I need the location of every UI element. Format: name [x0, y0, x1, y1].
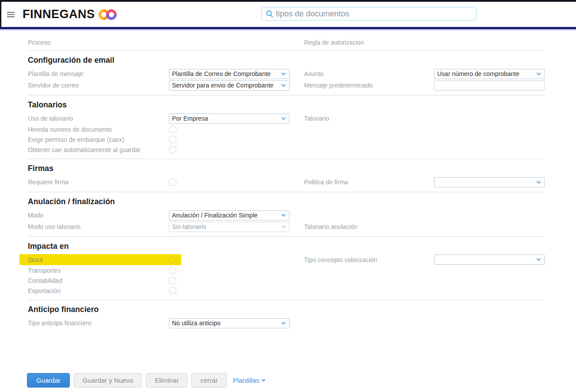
email-section-title: Configuración de email: [28, 56, 545, 65]
servidor-correo-select[interactable]: Servidor para envio de Comprobante: [169, 80, 290, 91]
global-search[interactable]: [261, 7, 477, 21]
obtener-cae-toggle[interactable]: [169, 146, 176, 153]
modo-label: Modo: [28, 212, 169, 219]
modo-uso-talonario-label: Modo uso talonario: [28, 223, 169, 230]
asunto-value: Usar número de comprobante: [437, 70, 534, 77]
exportacion-row: Exportación: [28, 285, 545, 296]
chevron-down-icon: [282, 320, 286, 324]
guardar-button[interactable]: Guardar: [27, 373, 70, 388]
brand-name: FINNEGANS: [23, 8, 95, 21]
guardar-y-nuevo-button[interactable]: Guardar y Nuevo: [74, 373, 142, 388]
infinity-logo-icon: [99, 9, 117, 20]
modo-value: Anulación / Finalización Simple: [172, 212, 279, 219]
talonario-anulacion-label: Talonario anulación: [304, 223, 434, 230]
politica-firma-select[interactable]: [434, 177, 545, 187]
impacta-section-title: Impacta en: [28, 242, 545, 251]
section-divider: [28, 50, 545, 51]
exige-permiso-toggle[interactable]: [169, 136, 176, 143]
form-content: Proceso Regla de autorizacion Configurac…: [0, 31, 576, 329]
contabilidad-toggle[interactable]: [169, 277, 176, 284]
chevron-down-icon: [282, 115, 286, 120]
obtener-cae-row: Obtener cae automáticamente al guardar: [28, 145, 545, 155]
modo-row: Modo Anulación / Finalización Simple: [28, 209, 545, 221]
modo-uso-talonario-row: Modo uso talonario Sin talonario Talonar…: [28, 221, 545, 232]
uso-talonario-select[interactable]: Por Empresa: [169, 114, 290, 124]
window-top-edge: [0, 0, 576, 2]
app-header: FINNEGANS: [0, 2, 576, 27]
modo-uso-talonario-value: Sin talonario: [172, 223, 279, 230]
action-bar: Guardar Guardar y Nuevo Eliminar cerrar …: [27, 373, 265, 388]
hereda-numero-row: Hereda numero de documento: [28, 124, 545, 134]
tipo-anticipo-label: Tipo anticipo financiero: [28, 320, 169, 327]
exportacion-label: Exportación: [28, 287, 169, 294]
plantilla-asunto-row: Plantilla de mensaje Plantilla de Correo…: [28, 68, 545, 80]
section-divider: [28, 300, 545, 300]
talonarios-section-title: Talonarios: [28, 100, 545, 110]
menu-bar: [7, 16, 15, 17]
eliminar-button[interactable]: Eliminar: [146, 373, 187, 388]
chevron-down-icon: [261, 378, 265, 381]
header-divider: [0, 27, 576, 31]
exportacion-toggle[interactable]: [169, 287, 176, 294]
chevron-down-icon: [282, 71, 286, 75]
uso-talonario-label: Uso de talonario: [28, 115, 169, 122]
search-input[interactable]: [276, 9, 473, 19]
stock-highlight: Stock: [19, 254, 181, 265]
chevron-down-icon: [282, 224, 286, 228]
chevron-down-icon: [537, 257, 541, 261]
regla-autorizacion-label: Regla de autorizacion: [304, 39, 434, 46]
uso-talonario-row: Uso de talonario Por Empresa Talonario: [28, 113, 545, 124]
brand-logo[interactable]: FINNEGANS: [23, 8, 117, 21]
asunto-label: Asunto: [304, 70, 434, 77]
hereda-numero-toggle[interactable]: [169, 126, 176, 133]
anulacion-section-title: Anulación / finalización: [28, 197, 545, 206]
menu-bar: [7, 12, 15, 13]
transportes-toggle[interactable]: [169, 266, 176, 274]
contabilidad-row: Contabilidad: [28, 275, 545, 285]
talonario-label: Talonario: [304, 115, 434, 122]
stock-label: Stock: [28, 256, 169, 263]
obtener-cae-label: Obtener cae automáticamente al guardar: [28, 146, 169, 153]
hereda-numero-label: Hereda numero de documento: [28, 126, 169, 133]
proceso-label: Proceso: [28, 39, 169, 46]
stock-row: Stock Tipo concepto valorización: [28, 254, 545, 265]
chevron-down-icon: [282, 212, 286, 217]
plantillas-label: Plantillas: [233, 377, 259, 384]
plantilla-mensaje-select[interactable]: Plantilla de Correo de Comprobante: [169, 69, 290, 79]
plantilla-mensaje-value: Plantilla de Correo de Comprobante: [172, 70, 279, 77]
firmas-section-title: Firmas: [28, 164, 545, 173]
plantillas-menu-button[interactable]: Plantillas: [233, 373, 265, 388]
modo-select[interactable]: Anulación / Finalización Simple: [169, 210, 290, 221]
chevron-down-icon: [537, 71, 541, 75]
search-icon: [265, 10, 274, 19]
transportes-label: Transportes: [28, 267, 169, 274]
modo-uso-talonario-select[interactable]: Sin talonario: [169, 222, 290, 232]
logo-ring-purple: [104, 7, 119, 22]
uso-talonario-value: Por Empresa: [172, 115, 279, 122]
anticipo-section-title: Anticipo financiero: [28, 305, 545, 314]
servidor-mensaje-row: Servidor de correo Servidor para envio d…: [28, 80, 545, 91]
politica-firma-label: Politica de firma: [304, 179, 434, 186]
tipo-anticipo-row: Tipo anticipo financiero No utiliza anti…: [28, 317, 545, 329]
tipo-concepto-label: Tipo concepto valorización: [304, 256, 434, 263]
requiere-firma-row: Requiere firma Politica de firma: [28, 176, 545, 188]
transportes-row: Transportes: [28, 265, 545, 275]
stock-toggle[interactable]: [169, 256, 176, 263]
servidor-correo-label: Servidor de correo: [28, 82, 169, 89]
chevron-down-icon: [282, 82, 286, 87]
tipo-anticipo-select[interactable]: No utiliza anticipo: [169, 318, 290, 328]
asunto-select[interactable]: Usar número de comprobante: [434, 69, 545, 79]
plantilla-mensaje-label: Plantilla de mensaje: [28, 70, 169, 77]
section-divider: [28, 95, 545, 95]
mensaje-predeterminado-input[interactable]: [434, 80, 545, 91]
tipo-anticipo-value: No utiliza anticipo: [172, 320, 279, 327]
requiere-firma-label: Requiere firma: [28, 179, 169, 186]
requiere-firma-toggle[interactable]: [169, 179, 176, 186]
exige-permiso-label: Exige permiso de embarque (caex): [28, 136, 169, 143]
exige-permiso-row: Exige permiso de embarque (caex): [28, 134, 545, 145]
menu-icon[interactable]: [7, 11, 15, 19]
tipo-concepto-select[interactable]: [434, 255, 545, 265]
contabilidad-label: Contabilidad: [28, 277, 169, 284]
cerrar-button[interactable]: cerrar: [191, 373, 226, 388]
chevron-down-icon: [537, 179, 541, 183]
